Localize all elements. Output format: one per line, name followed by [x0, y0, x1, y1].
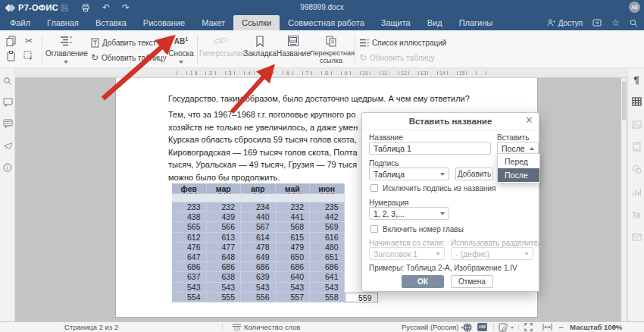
table-cell[interactable]: 442 [310, 212, 345, 222]
table-cell[interactable]: 543 [241, 283, 276, 293]
comments-panel-icon[interactable] [2, 97, 13, 108]
dialog-title[interactable]: Вставить название [362, 113, 539, 130]
table-cell[interactable] [207, 194, 242, 202]
tab-home[interactable]: Главная [39, 15, 87, 30]
table-cell[interactable]: 650 [276, 252, 311, 262]
update-table-button[interactable]: ↻ Обновить таблицу [91, 51, 167, 64]
table-cell[interactable]: 557 [276, 293, 311, 302]
table-cell[interactable]: 235 [310, 202, 345, 212]
fit-width-button[interactable] [542, 322, 552, 332]
table-cell[interactable]: мар [207, 183, 242, 194]
table-cell[interactable]: 639 [241, 272, 276, 282]
user-avatar[interactable]: АВ [629, 2, 640, 13]
table-cell[interactable]: 567 [241, 222, 276, 232]
navigation-panel-icon[interactable] [2, 118, 13, 129]
close-icon[interactable]: ✕ [525, 115, 533, 125]
tab-collaboration[interactable]: Совместная работа [280, 15, 373, 30]
language-selector[interactable]: Русский (Россия) [402, 322, 464, 332]
document-language-icon[interactable] [463, 322, 472, 332]
tab-layout[interactable]: Макет [193, 15, 233, 30]
label-combo[interactable]: Таблица [369, 168, 449, 180]
table-cell[interactable]: 559 [345, 293, 378, 302]
table-cell[interactable]: 476 [172, 243, 207, 252]
table-settings-icon[interactable] [631, 96, 642, 107]
save-icon[interactable] [61, 4, 69, 12]
table-cell[interactable]: июн [310, 183, 345, 194]
dropdown-option-before[interactable]: Перед [498, 155, 539, 168]
table-cell[interactable]: 614 [241, 233, 276, 243]
cancel-button[interactable]: Отмена [451, 275, 493, 288]
redo-icon[interactable]: ↷ [122, 3, 130, 12]
table-cell[interactable]: 543 [207, 283, 242, 293]
table-of-figures-button[interactable]: Список иллюстраций [359, 36, 446, 49]
table-cell[interactable]: 479 [276, 243, 311, 252]
table-cell[interactable]: 615 [276, 233, 311, 243]
feedback-icon[interactable] [2, 140, 13, 151]
table-cell[interactable] [172, 194, 207, 202]
table-cell[interactable]: 640 [276, 272, 311, 282]
zoom-in-button[interactable]: + [612, 322, 617, 332]
table-cell[interactable]: 686 [172, 262, 207, 272]
mail-merge-settings-icon[interactable] [631, 232, 642, 243]
favorites-star-icon[interactable]: ☆ [611, 18, 620, 27]
table-cell[interactable]: 566 [207, 222, 242, 232]
table-cell[interactable]: 440 [241, 212, 276, 222]
shape-settings-icon[interactable] [631, 164, 642, 174]
scrollbar-thumb[interactable] [622, 81, 626, 121]
chart-settings-icon[interactable] [631, 186, 642, 197]
table-of-contents-button[interactable]: Оглавление [45, 33, 86, 65]
table-cell[interactable]: 439 [207, 212, 242, 222]
table-cell[interactable]: 232 [207, 202, 242, 212]
table-cell[interactable]: май [276, 183, 311, 194]
exclude-label-checkbox[interactable] [370, 184, 378, 192]
table-cell[interactable]: 478 [241, 243, 276, 252]
app-logo[interactable]: Р7-ОФИС [6, 0, 58, 15]
open-file-location-icon[interactable] [592, 19, 602, 27]
footnote-button[interactable]: АВ1 Сноска [167, 33, 195, 65]
word-count-button[interactable]: 123 Количество слов [232, 322, 300, 332]
chapter-number-checkbox[interactable] [370, 225, 378, 233]
table-cell[interactable]: 558 [310, 293, 345, 302]
table-cell[interactable]: 651 [310, 252, 345, 262]
table-cell[interactable]: 232 [276, 202, 311, 212]
cross-reference-button[interactable]: Перекрестная ссылка [310, 33, 352, 65]
table-cell[interactable]: 480 [310, 243, 345, 252]
table-cell[interactable]: 441 [276, 212, 311, 222]
add-text-button[interactable]: Добавить текст [91, 36, 164, 49]
vertical-scrollbar[interactable] [621, 78, 627, 321]
table-cell[interactable]: 638 [207, 272, 242, 282]
fit-page-button[interactable] [524, 322, 533, 332]
header-footer-settings-icon[interactable] [631, 141, 642, 152]
table-cell[interactable]: 233 [172, 202, 207, 212]
numbering-combo[interactable]: 1, 2, 3,... [369, 207, 449, 220]
tab-protection[interactable]: Защита [373, 15, 419, 30]
table-cell[interactable]: 648 [207, 252, 242, 262]
table-cell[interactable]: 438 [172, 212, 207, 222]
table-cell[interactable]: 569 [310, 222, 345, 232]
zoom-out-button[interactable]: − [558, 322, 564, 332]
table-cell[interactable]: 647 [172, 252, 207, 262]
caption-button[interactable]: Название [277, 33, 310, 65]
paragraph-settings-icon[interactable]: ¶ [631, 74, 642, 85]
table-cell[interactable] [276, 194, 311, 202]
search-panel-icon[interactable] [2, 76, 13, 86]
tab-view[interactable]: Вид [419, 15, 451, 30]
table-cell[interactable]: 613 [207, 233, 242, 243]
table-cell[interactable]: 543 [172, 283, 207, 293]
undo-icon[interactable]: ↶ [102, 3, 110, 12]
chapter-number-text[interactable]: Включить номер главы [383, 225, 464, 233]
table-cell[interactable]: 568 [276, 222, 311, 232]
table-cell[interactable]: 554 [172, 293, 207, 302]
table-cell[interactable]: 234 [241, 202, 276, 212]
image-settings-icon[interactable] [631, 119, 642, 130]
table-cell[interactable] [241, 194, 276, 202]
add-label-button[interactable]: Добавить [455, 168, 493, 180]
tab-plugins[interactable]: Плагины [451, 15, 502, 30]
share-access-button[interactable]: Доступ [547, 19, 583, 27]
bookmark-button[interactable]: Закладка [243, 33, 277, 65]
paste-button[interactable] [4, 49, 17, 63]
text-art-settings-icon[interactable]: Та [631, 209, 642, 220]
table-cell[interactable] [310, 194, 345, 202]
table-cell[interactable]: апр [241, 183, 276, 194]
table-cell[interactable]: 556 [241, 293, 276, 302]
